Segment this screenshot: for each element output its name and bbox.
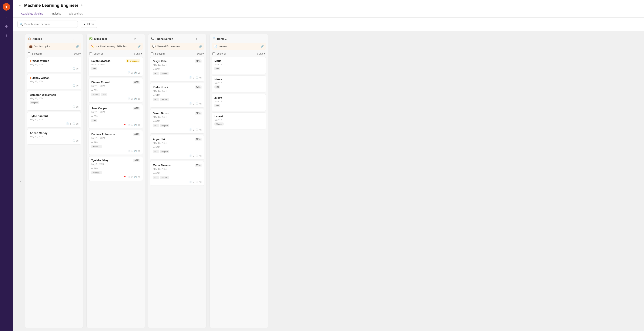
- score-pencil-icon: ✏ 86%: [153, 68, 160, 70]
- tab-settings[interactable]: Job settings: [65, 10, 87, 17]
- card-date: May 12, 2024: [153, 168, 202, 170]
- task-banner-skills_test[interactable]: ✏️ Machine Learning: Skills Test 🔗: [88, 43, 143, 50]
- score-pencil-icon: ✏ 88%: [153, 120, 160, 123]
- candidate-card[interactable]: Ralph Edwards In progress May 12, 2024 E…: [88, 57, 143, 76]
- score-with-pencil: ✏ 82%: [91, 88, 140, 92]
- tag: Maybe?: [91, 171, 102, 174]
- task-banner-phone_screen[interactable]: 💬 General Fit: Interview 🔗: [150, 43, 204, 50]
- candidate-card[interactable]: Tynisha Obey 96% May 9, 2024 ✏ 96% Maybe…: [88, 156, 143, 181]
- docs-count: 📄 2: [128, 72, 132, 74]
- cards-list-phone_screen: Surya Kala 86% May 12, 2024 ✏ 86% EUJuni…: [148, 56, 206, 188]
- column-count-phone_screen: 1: [196, 38, 197, 40]
- sort-button-applied[interactable]: ↓ Date ▾: [72, 52, 80, 55]
- candidate-card[interactable]: Sarah Brown 88% May 12, 2024 ✏ 88% EUMay…: [150, 109, 204, 134]
- tag: EU: [153, 98, 159, 101]
- candidate-card[interactable]: Juliett May 12 EU: [212, 94, 266, 111]
- candidate-card[interactable]: Maria Stevens 87% May 12, 2024 ✏ 87% EUS…: [150, 161, 204, 186]
- candidate-name: Jane Cooper: [91, 107, 108, 110]
- search-input[interactable]: [17, 20, 78, 28]
- card-tags: Maybe?: [91, 171, 140, 174]
- time-ago: 🕐 4d: [196, 154, 202, 157]
- select-all-checkbox-phone_screen[interactable]: [151, 52, 154, 55]
- task-banner-applied[interactable]: 💼 Job description 🔗: [27, 43, 81, 50]
- candidate-card[interactable]: Kedar Joshi 94% May 12, 2024 ✏ 94% EUSen…: [150, 83, 204, 108]
- task-banner-homework[interactable]: 📄 Homew... 🔗: [212, 43, 266, 50]
- card-header: Aryan Jain 92%: [153, 138, 202, 141]
- card-date: May 12, 2024: [91, 63, 140, 66]
- tag: Senior: [160, 176, 169, 179]
- collapse-arrow[interactable]: ›: [17, 34, 24, 328]
- candidate-card[interactable]: Cameron Williamson May 12, 2024 Maybe 🕐 …: [27, 91, 81, 110]
- card-date: May 11, 2024: [91, 85, 140, 87]
- score-badge: 65%: [133, 106, 140, 110]
- link-icon[interactable]: 🔗: [199, 45, 202, 48]
- card-header: Wade Warren: [30, 60, 78, 62]
- candidate-card[interactable]: Arlene McCoy May 12, 2024 🕐 1d: [27, 129, 81, 144]
- time-ago: 🕐 2d: [134, 150, 140, 152]
- tab-pipeline[interactable]: Candidate pipeline: [17, 10, 47, 17]
- column-header-skills_test: ✅ Skills Test 2 ⋯: [87, 34, 145, 43]
- card-date: May 12, 2024: [30, 80, 78, 83]
- score-badge: 88%: [195, 112, 202, 115]
- candidate-name-text: Maria Stevens: [153, 164, 171, 167]
- select-all-checkbox-homework[interactable]: [212, 52, 215, 55]
- candidate-card[interactable]: Dianne Russell 82% May 11, 2024 ✏ 82% Ju…: [88, 78, 143, 103]
- tag: Maybe: [214, 122, 224, 126]
- candidate-name: Kedar Joshi: [153, 86, 168, 89]
- link-icon[interactable]: 🔗: [138, 45, 140, 48]
- candidate-name-text: Maria: [214, 60, 222, 62]
- candidate-card[interactable]: Wade Warren May 12, 2024 🕐 1d: [27, 57, 81, 72]
- candidate-card[interactable]: Lane G May 12 Maybe: [212, 112, 266, 130]
- card-header: Arlene McCoy: [30, 132, 78, 134]
- candidate-card[interactable]: Jenny Wilson May 12, 2024 🕐 1d: [27, 74, 81, 90]
- sidebar-settings-icon[interactable]: ⚙: [3, 23, 10, 30]
- column-header-phone_screen: 📞 Phone Screen 1 ⋯: [148, 34, 206, 43]
- candidate-card[interactable]: Kylee Danford May 12, 2024 📄 1🕐 1d: [27, 112, 81, 128]
- sort-button-phone_screen[interactable]: ↓ Date ▾: [195, 52, 204, 55]
- card-tags: Non-EU: [91, 145, 140, 148]
- card-footer: 🚩📄 1🕐 2d: [91, 124, 140, 126]
- candidate-name-text: Jenny Wilson: [32, 76, 50, 80]
- kanban-board: › 📋 Applied 5 ⋯ 💼 Job description 🔗 Sele…: [13, 31, 644, 331]
- card-footer: 📄 3🕐 4d: [153, 128, 202, 131]
- time-ago: 🕐 4d: [196, 128, 202, 131]
- back-button[interactable]: ←: [17, 3, 22, 8]
- candidate-name: Sarah Brown: [153, 112, 169, 115]
- card-tags: EUSenior: [153, 176, 202, 179]
- candidate-card[interactable]: Jane Cooper 65% May 11, 2024 ✏ 65% EU 🚩📄…: [88, 104, 143, 129]
- edit-job-icon[interactable]: ✎: [80, 4, 83, 7]
- sidebar-logo[interactable]: +: [3, 3, 10, 10]
- sidebar-help-icon[interactable]: ?: [3, 32, 10, 39]
- sort-button-skills_test[interactable]: ↓ Date ▾: [134, 52, 142, 55]
- sidebar-nav-chevron[interactable]: »: [3, 14, 10, 21]
- candidate-card[interactable]: Surya Kala 86% May 12, 2024 ✏ 86% EUJuni…: [150, 57, 204, 82]
- tab-analytics[interactable]: Analytics: [47, 10, 65, 17]
- candidate-name-text: Marca: [214, 78, 222, 81]
- candidate-name-text: Dianne Russell: [91, 81, 110, 84]
- column-menu-phone_screen[interactable]: ⋯: [199, 37, 204, 41]
- tag: EU: [101, 93, 107, 96]
- candidate-card[interactable]: Aryan Jain 92% May 12, 2024 ✏ 92% EUMayb…: [150, 135, 204, 160]
- candidate-card[interactable]: Darlene Robertson 89% May 11, 2024 ✏ 89%…: [88, 130, 143, 155]
- task-banner-left: 💬 General Fit: Interview: [152, 45, 180, 48]
- column-menu-homework[interactable]: ⋯: [260, 37, 265, 41]
- column-menu-applied[interactable]: ⋯: [76, 37, 80, 41]
- card-header: Dianne Russell 82%: [91, 80, 140, 84]
- select-all-checkbox-skills_test[interactable]: [89, 52, 92, 55]
- time-ago: 🕐 1d: [72, 106, 78, 108]
- column-menu-skills_test[interactable]: ⋯: [137, 37, 142, 41]
- select-all-checkbox-applied[interactable]: [28, 52, 30, 55]
- sort-button-homework[interactable]: ↓ Date ▾: [257, 52, 265, 55]
- score-pencil-icon: ✏ 82%: [91, 89, 98, 92]
- card-tags: EUJunior: [153, 72, 202, 75]
- link-icon[interactable]: 🔗: [76, 45, 79, 48]
- tag: Maybe: [160, 124, 169, 127]
- score-badge: 87%: [195, 164, 202, 167]
- candidate-name-text: Wade Warren: [32, 60, 49, 62]
- candidate-card[interactable]: Maria May 12 EU: [212, 57, 266, 74]
- link-icon[interactable]: 🔗: [261, 45, 264, 48]
- select-all-label: Select all: [155, 52, 165, 55]
- candidate-card[interactable]: Marca May 12 EU: [212, 76, 266, 92]
- in-progress-badge: In progress: [126, 60, 140, 62]
- filter-button[interactable]: ▼ Filters: [80, 20, 98, 28]
